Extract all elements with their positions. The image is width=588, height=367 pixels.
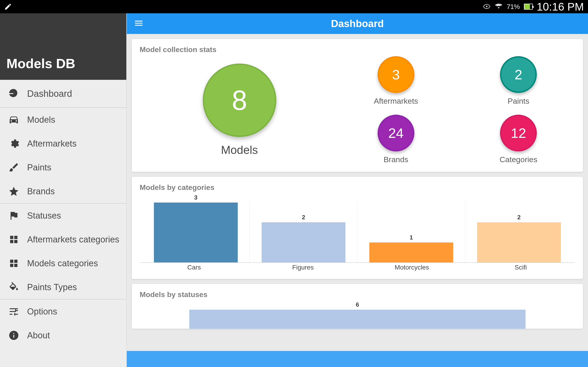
nav-drawer: Models DB Dashboard Models [0, 13, 127, 367]
x-label: Cars [140, 264, 249, 271]
stat-small-aftermarkets[interactable]: 3Aftermarkets [374, 56, 418, 106]
sidebar-item-label: About [27, 331, 50, 340]
bar-col0: 6 [142, 301, 573, 329]
battery-percent: 71% [507, 3, 520, 10]
clock: 10:16 PM [537, 0, 584, 13]
car-icon [8, 114, 19, 125]
stat-small-label: Aftermarkets [374, 97, 418, 106]
x-label: Scifi [466, 264, 575, 271]
smart-stay-icon [483, 3, 491, 10]
sidebar-item-models-categories[interactable]: Models categories [0, 251, 126, 275]
sidebar-item-label: Models [27, 115, 55, 125]
x-label: Figures [249, 264, 357, 271]
sidebar-item-label: Statuses [27, 211, 61, 221]
bar-Cars: 3 [142, 194, 250, 262]
bar-rect [369, 242, 453, 262]
bucket-icon [8, 282, 19, 293]
bar-value: 2 [517, 214, 520, 221]
sidebar-item-label: Aftermarkets categories [27, 235, 119, 244]
sidebar-item-label: Options [27, 307, 57, 317]
stat-models-label: Models [221, 143, 258, 157]
brush-icon [8, 162, 19, 173]
flag-icon [8, 210, 19, 221]
stats-card: Model collection stats 8 Models 3Afterma… [132, 39, 583, 172]
stat-small-label: Paints [508, 97, 529, 106]
content-area: Dashboard Model collection stats 8 Model… [127, 13, 588, 367]
categories-chart-title: Models by categories [140, 183, 575, 192]
stat-small-value: 3 [378, 56, 414, 93]
sidebar-item-label: Paints Types [27, 282, 77, 292]
page-title: Dashboard [134, 18, 581, 29]
categories-chart: 3212 [140, 194, 575, 263]
drawer-title: Models DB [0, 13, 126, 80]
bar-value: 6 [356, 301, 359, 308]
bar-rect [189, 310, 525, 329]
stat-small-brands[interactable]: 24Brands [378, 115, 414, 164]
bar-Scifi: 2 [465, 194, 573, 262]
stat-small-categories[interactable]: 12Categories [500, 115, 537, 164]
stat-models-value: 8 [232, 84, 247, 116]
bar-value: 1 [409, 234, 413, 241]
app-title: Models DB [6, 56, 75, 71]
edit-icon [4, 3, 12, 10]
stat-small-value: 12 [500, 115, 537, 151]
app-bar: Dashboard [127, 13, 588, 34]
tune-icon [8, 306, 19, 317]
sidebar-item-paints[interactable]: Paints [0, 156, 126, 179]
sidebar-item-about[interactable]: About [0, 323, 126, 347]
sidebar-item-paints-types[interactable]: Paints Types [0, 275, 126, 299]
grid-icon [8, 234, 19, 245]
battery-icon [524, 4, 533, 10]
sidebar-item-label: Brands [27, 186, 55, 196]
stats-card-title: Model collection stats [140, 45, 575, 54]
bar-Motorcycles: 1 [357, 194, 465, 262]
sidebar-item-label: Aftermarkets [27, 139, 77, 149]
sidebar-item-label: Paints [27, 163, 52, 173]
statuses-chart: 6 [140, 301, 575, 329]
stat-small-value: 2 [500, 56, 537, 93]
wifi-icon [495, 3, 502, 10]
sidebar-item-dashboard[interactable]: Dashboard [0, 80, 126, 107]
statuses-chart-card: Models by statuses 6 [132, 284, 583, 329]
android-status-bar: 71% 10:16 PM [0, 0, 588, 13]
star-icon [8, 186, 19, 197]
pie-icon [8, 88, 19, 99]
sidebar-item-brands[interactable]: Brands [0, 179, 126, 203]
sidebar-item-aftermarkets-categories[interactable]: Aftermarkets categories [0, 227, 126, 251]
bar-rect [154, 202, 238, 262]
bar-value: 2 [302, 214, 305, 221]
sidebar-item-statuses[interactable]: Statuses [0, 204, 126, 227]
info-icon [8, 330, 19, 341]
sidebar-item-aftermarkets[interactable]: Aftermarkets [0, 132, 126, 156]
sidebar-item-label: Models categories [27, 259, 98, 268]
stat-small-paints[interactable]: 2Paints [500, 56, 537, 106]
stat-small-label: Brands [384, 155, 408, 164]
gears-icon [8, 138, 19, 149]
statuses-chart-title: Models by statuses [140, 290, 575, 299]
bar-Figures: 2 [250, 194, 357, 262]
stat-small-label: Categories [500, 155, 537, 164]
categories-chart-card: Models by categories 3212 CarsFiguresMot… [132, 177, 583, 279]
stat-small-value: 24 [378, 115, 414, 151]
bottom-bar [127, 351, 588, 367]
bar-rect [477, 222, 561, 262]
categories-chart-xlabels: CarsFiguresMotorcyclesScifi [140, 264, 575, 271]
sidebar-item-label: Dashboard [27, 89, 72, 99]
sidebar-item-options[interactable]: Options [0, 300, 126, 323]
bar-value: 3 [194, 194, 197, 201]
grid-icon [8, 258, 19, 269]
stat-models-circle[interactable]: 8 [203, 64, 276, 137]
bar-rect [262, 222, 346, 262]
sidebar-item-models[interactable]: Models [0, 108, 126, 132]
x-label: Motorcycles [357, 264, 466, 271]
